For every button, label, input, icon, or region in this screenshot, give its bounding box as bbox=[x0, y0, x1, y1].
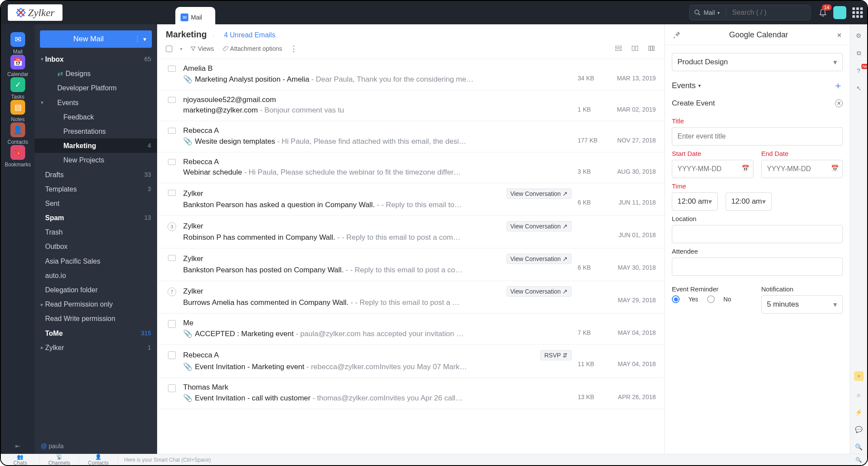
email-row[interactable]: njoyasoulee522@gmail.com marketing@zylke… bbox=[157, 90, 664, 121]
folder-events[interactable]: ▾Events bbox=[35, 96, 157, 110]
brand-logo[interactable]: Zylker bbox=[8, 4, 62, 21]
search-icon[interactable]: 🔍 bbox=[855, 443, 862, 450]
email-row[interactable]: Amelia B 📎Marketing Analyst position - A… bbox=[157, 59, 664, 90]
plug-icon[interactable] bbox=[673, 31, 681, 39]
avatar[interactable] bbox=[833, 6, 846, 19]
email-from: Rebecca A bbox=[183, 351, 219, 360]
view-conversation-pill[interactable]: View Conversation ↗ bbox=[506, 254, 572, 264]
start-date-input[interactable] bbox=[672, 160, 753, 178]
folder-drafts[interactable]: Drafts33 bbox=[35, 168, 157, 182]
new-mail-button[interactable]: New Mail ▾ bbox=[40, 30, 152, 48]
cursor-icon[interactable]: ↖ bbox=[856, 85, 861, 92]
folder-zylker[interactable]: ▸Zylker1 bbox=[35, 340, 157, 355]
email-from: Zylker bbox=[183, 287, 203, 296]
search-group[interactable]: Mail ▾ bbox=[689, 5, 811, 20]
folder-sent[interactable]: Sent bbox=[35, 196, 157, 211]
folder-auto.io[interactable]: auto.io bbox=[35, 268, 157, 283]
new-mail-dropdown[interactable]: ▾ bbox=[137, 36, 152, 43]
plug-icon[interactable]: ⚡ bbox=[855, 409, 862, 416]
folder-trash[interactable]: Trash bbox=[35, 225, 157, 239]
attachment-options-button[interactable]: Attachment options bbox=[222, 45, 282, 52]
unread-count[interactable]: 4 Unread Emails bbox=[224, 31, 275, 39]
folder-delegation-folder[interactable]: Delegation folder bbox=[35, 283, 157, 297]
add-widget-icon[interactable]: ＋ bbox=[854, 371, 864, 381]
close-create-event-icon[interactable]: ✕ bbox=[835, 99, 843, 107]
leftrail-mail[interactable]: ✉Mail bbox=[5, 32, 31, 55]
folder-outbox[interactable]: Outbox bbox=[35, 239, 157, 254]
leftrail-tasks[interactable]: ✓Tasks bbox=[5, 77, 31, 100]
email-row[interactable]: Rebecca A 📎Wesite design templates - Hi … bbox=[157, 121, 664, 152]
notifications-button[interactable]: 14 bbox=[819, 8, 827, 17]
view-conversation-pill[interactable]: View Conversation ↗ bbox=[506, 221, 572, 231]
email-row[interactable]: ZylkerView Conversation ↗ Bankston Pears… bbox=[157, 248, 664, 281]
user-tag[interactable]: @paula bbox=[35, 438, 157, 454]
calendar-icon[interactable]: 📅 bbox=[831, 165, 838, 172]
layout-icon-2[interactable] bbox=[631, 45, 639, 53]
email-row[interactable]: ZylkerView Conversation ↗ Bankston Pears… bbox=[157, 183, 664, 216]
email-list[interactable]: Amelia B 📎Marketing Analyst position - A… bbox=[157, 59, 664, 454]
collapse-rail-icon[interactable]: ⇤ bbox=[1, 443, 35, 449]
add-event-button[interactable]: ＋ bbox=[833, 79, 843, 92]
end-time-select[interactable]: 12:00 am▾ bbox=[726, 192, 772, 211]
email-from: Zylker bbox=[183, 254, 203, 263]
folder-inbox[interactable]: ▾Inbox65 bbox=[35, 52, 157, 66]
leftrail-calendar[interactable]: 📅Calendar bbox=[5, 55, 31, 77]
folder-asia-pacific-sales[interactable]: Asia Pacific Sales bbox=[35, 254, 157, 268]
folder-new-projects[interactable]: New Projects bbox=[35, 153, 157, 167]
folder-spam[interactable]: Spam13 bbox=[35, 211, 157, 225]
folder-designs[interactable]: ⇄Designs bbox=[35, 66, 157, 81]
calendar-icon[interactable]: 📅 bbox=[742, 165, 749, 172]
events-heading[interactable]: Events bbox=[672, 81, 696, 90]
calendar-select[interactable]: Product Design ▾ bbox=[672, 53, 843, 71]
email-row[interactable]: Rebecca A Webinar schedule - Hi Paula, P… bbox=[157, 152, 664, 183]
folder-feedback[interactable]: Feedback bbox=[35, 110, 157, 124]
layout-icon-1[interactable] bbox=[614, 45, 623, 53]
leftrail-bookmarks[interactable]: 🔖Bookmarks bbox=[5, 145, 31, 168]
more-menu-icon[interactable]: ⋮ bbox=[290, 44, 299, 53]
footer-contacts[interactable]: 👤Contacts bbox=[79, 454, 118, 466]
select-all-checkbox[interactable] bbox=[166, 46, 172, 52]
folder-marketing[interactable]: Marketing4 bbox=[35, 139, 157, 153]
folder-tome[interactable]: ToMe315 bbox=[35, 326, 157, 340]
theme-icon[interactable]: ☼ bbox=[856, 391, 861, 398]
footer-search-icon[interactable]: 🔍 bbox=[850, 457, 867, 463]
notification-select[interactable]: 5 minutes▾ bbox=[761, 295, 843, 314]
end-date-input[interactable] bbox=[761, 160, 843, 178]
search-input[interactable] bbox=[732, 9, 806, 17]
widget-icon[interactable]: ⧉ bbox=[857, 50, 861, 57]
gear-icon[interactable]: ⚙ bbox=[856, 32, 861, 39]
event-title-input[interactable] bbox=[672, 127, 843, 145]
attendee-input[interactable] bbox=[672, 258, 843, 276]
search-scope[interactable]: Mail bbox=[704, 9, 715, 16]
svg-rect-8 bbox=[653, 46, 654, 51]
app-tab-mail[interactable]: ✉ Mail bbox=[175, 7, 215, 24]
footer-channels[interactable]: 📡Channels bbox=[40, 454, 79, 466]
folder-read-permission-only[interactable]: ▸Read Permission only bbox=[35, 297, 157, 311]
footer-chats[interactable]: 👥Chats bbox=[1, 454, 40, 466]
start-time-select[interactable]: 12:00 am▾ bbox=[672, 192, 718, 211]
reminder-no-radio[interactable] bbox=[707, 295, 715, 303]
email-row[interactable]: 7 ZylkerView Conversation ↗ Burrows Amel… bbox=[157, 281, 664, 314]
folder-templates[interactable]: Templates3 bbox=[35, 182, 157, 196]
view-conversation-pill[interactable]: View Conversation ↗ bbox=[506, 188, 572, 199]
view-conversation-pill[interactable]: View Conversation ↗ bbox=[506, 286, 572, 297]
leftrail-contacts[interactable]: 👤Contacts bbox=[5, 122, 31, 145]
close-panel-icon[interactable]: ✕ bbox=[837, 32, 842, 39]
rsvp-pill[interactable]: RSVP ⇵ bbox=[540, 350, 572, 360]
email-row[interactable]: Me 📎ACCEPTED : Marketing event - paula@z… bbox=[157, 314, 664, 345]
leftrail-notes[interactable]: ▤Notes bbox=[5, 100, 31, 122]
views-button[interactable]: Views bbox=[190, 45, 214, 52]
chat-icon[interactable]: 💬 bbox=[855, 426, 862, 433]
help-icon[interactable]: ? bbox=[857, 67, 861, 74]
apps-grid-icon[interactable] bbox=[852, 7, 863, 18]
reminder-yes-radio[interactable] bbox=[672, 295, 680, 303]
folder-developer-platform[interactable]: Developer Platform bbox=[35, 81, 157, 95]
location-input[interactable] bbox=[672, 225, 843, 243]
folder-presentations[interactable]: Presentations bbox=[35, 124, 157, 139]
folder-read-write-permission[interactable]: Read Write permission bbox=[35, 311, 157, 326]
layout-icon-3[interactable] bbox=[647, 45, 656, 53]
email-row[interactable]: 3 ZylkerView Conversation ↗ Robinson P h… bbox=[157, 216, 664, 248]
select-dropdown-icon[interactable]: ▾ bbox=[180, 46, 182, 51]
email-row[interactable]: Thomas Mark 📎Event Invitation - call wit… bbox=[157, 378, 664, 409]
email-row[interactable]: Rebecca ARSVP ⇵ 📎Event Invitation - Mark… bbox=[157, 345, 664, 378]
